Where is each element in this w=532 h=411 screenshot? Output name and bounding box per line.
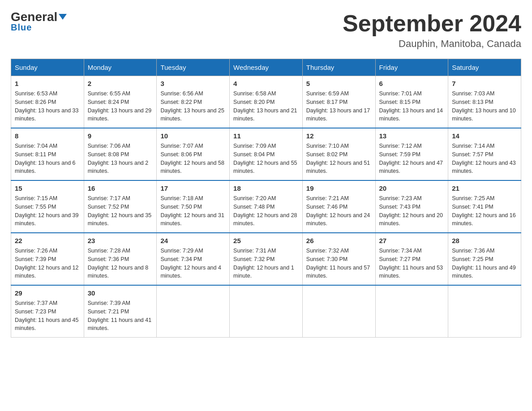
day-info: Sunrise: 7:39 AMSunset: 7:21 PMDaylight:… bbox=[88, 299, 153, 333]
day-info: Sunrise: 6:56 AMSunset: 8:22 PMDaylight:… bbox=[160, 90, 226, 123]
day-info: Sunrise: 7:14 AMSunset: 7:57 PMDaylight:… bbox=[452, 142, 517, 176]
table-row: 12Sunrise: 7:10 AMSunset: 8:02 PMDayligh… bbox=[302, 128, 375, 180]
day-info: Sunrise: 6:58 AMSunset: 8:20 PMDaylight:… bbox=[233, 90, 299, 123]
day-info: Sunrise: 7:09 AMSunset: 8:04 PMDaylight:… bbox=[233, 142, 299, 176]
table-row: 15Sunrise: 7:15 AMSunset: 7:55 PMDayligh… bbox=[11, 180, 84, 233]
month-title: September 2024 bbox=[343, 11, 521, 36]
calendar-week-row: 29Sunrise: 7:37 AMSunset: 7:23 PMDayligh… bbox=[11, 285, 521, 338]
day-number: 13 bbox=[379, 132, 445, 140]
calendar-week-row: 15Sunrise: 7:15 AMSunset: 7:55 PMDayligh… bbox=[11, 180, 521, 233]
day-number: 16 bbox=[88, 184, 153, 192]
table-row bbox=[302, 285, 375, 338]
table-row: 10Sunrise: 7:07 AMSunset: 8:06 PMDayligh… bbox=[157, 128, 230, 180]
logo-general-text: General bbox=[11, 11, 67, 23]
day-info: Sunrise: 6:55 AMSunset: 8:24 PMDaylight:… bbox=[88, 90, 153, 123]
day-number: 4 bbox=[233, 80, 299, 87]
day-info: Sunrise: 7:29 AMSunset: 7:34 PMDaylight:… bbox=[160, 247, 226, 280]
day-number: 8 bbox=[15, 132, 80, 140]
day-info: Sunrise: 6:53 AMSunset: 8:26 PMDaylight:… bbox=[15, 90, 80, 123]
day-number: 19 bbox=[306, 184, 372, 192]
day-info: Sunrise: 7:10 AMSunset: 8:02 PMDaylight:… bbox=[306, 142, 372, 176]
day-info: Sunrise: 7:07 AMSunset: 8:06 PMDaylight:… bbox=[160, 142, 226, 176]
day-info: Sunrise: 7:20 AMSunset: 7:48 PMDaylight:… bbox=[233, 194, 299, 228]
table-row: 1Sunrise: 6:53 AMSunset: 8:26 PMDaylight… bbox=[11, 76, 84, 128]
header-saturday: Saturday bbox=[448, 59, 521, 76]
day-number: 9 bbox=[88, 132, 153, 140]
day-number: 18 bbox=[233, 184, 299, 192]
table-row: 26Sunrise: 7:32 AMSunset: 7:30 PMDayligh… bbox=[302, 233, 375, 285]
header-wednesday: Wednesday bbox=[230, 59, 303, 76]
table-row: 21Sunrise: 7:25 AMSunset: 7:41 PMDayligh… bbox=[448, 180, 521, 233]
header-monday: Monday bbox=[84, 59, 157, 76]
table-row: 30Sunrise: 7:39 AMSunset: 7:21 PMDayligh… bbox=[84, 285, 157, 338]
header-thursday: Thursday bbox=[302, 59, 375, 76]
day-number: 26 bbox=[306, 237, 372, 244]
day-info: Sunrise: 7:12 AMSunset: 7:59 PMDaylight:… bbox=[379, 142, 445, 176]
table-row: 8Sunrise: 7:04 AMSunset: 8:11 PMDaylight… bbox=[11, 128, 84, 180]
table-row: 9Sunrise: 7:06 AMSunset: 8:08 PMDaylight… bbox=[84, 128, 157, 180]
day-number: 10 bbox=[160, 132, 226, 140]
day-number: 22 bbox=[15, 237, 80, 244]
table-row: 14Sunrise: 7:14 AMSunset: 7:57 PMDayligh… bbox=[448, 128, 521, 180]
header-friday: Friday bbox=[375, 59, 448, 76]
table-row: 27Sunrise: 7:34 AMSunset: 7:27 PMDayligh… bbox=[375, 233, 448, 285]
day-number: 30 bbox=[88, 289, 153, 297]
day-number: 27 bbox=[379, 237, 445, 244]
header-sunday: Sunday bbox=[11, 59, 84, 76]
day-number: 21 bbox=[452, 184, 517, 192]
day-info: Sunrise: 7:03 AMSunset: 8:13 PMDaylight:… bbox=[452, 90, 517, 123]
table-row: 22Sunrise: 7:26 AMSunset: 7:39 PMDayligh… bbox=[11, 233, 84, 285]
calendar-header-row: Sunday Monday Tuesday Wednesday Thursday… bbox=[11, 59, 521, 76]
table-row: 4Sunrise: 6:58 AMSunset: 8:20 PMDaylight… bbox=[230, 76, 303, 128]
day-info: Sunrise: 7:17 AMSunset: 7:52 PMDaylight:… bbox=[88, 194, 153, 228]
table-row: 18Sunrise: 7:20 AMSunset: 7:48 PMDayligh… bbox=[230, 180, 303, 233]
day-info: Sunrise: 7:01 AMSunset: 8:15 PMDaylight:… bbox=[379, 90, 445, 123]
day-info: Sunrise: 7:37 AMSunset: 7:23 PMDaylight:… bbox=[15, 299, 80, 333]
day-number: 2 bbox=[88, 80, 153, 87]
day-info: Sunrise: 6:59 AMSunset: 8:17 PMDaylight:… bbox=[306, 90, 372, 123]
day-info: Sunrise: 7:21 AMSunset: 7:46 PMDaylight:… bbox=[306, 194, 372, 228]
table-row bbox=[230, 285, 303, 338]
title-block: September 2024 Dauphin, Manitoba, Canada bbox=[343, 11, 521, 50]
table-row: 5Sunrise: 6:59 AMSunset: 8:17 PMDaylight… bbox=[302, 76, 375, 128]
day-number: 11 bbox=[233, 132, 299, 140]
calendar-week-row: 8Sunrise: 7:04 AMSunset: 8:11 PMDaylight… bbox=[11, 128, 521, 180]
day-number: 17 bbox=[160, 184, 226, 192]
day-number: 29 bbox=[15, 289, 80, 297]
day-info: Sunrise: 7:25 AMSunset: 7:41 PMDaylight:… bbox=[452, 194, 517, 228]
header-tuesday: Tuesday bbox=[157, 59, 230, 76]
day-number: 23 bbox=[88, 237, 153, 244]
location-title: Dauphin, Manitoba, Canada bbox=[343, 38, 521, 50]
table-row bbox=[157, 285, 230, 338]
table-row: 19Sunrise: 7:21 AMSunset: 7:46 PMDayligh… bbox=[302, 180, 375, 233]
table-row: 13Sunrise: 7:12 AMSunset: 7:59 PMDayligh… bbox=[375, 128, 448, 180]
day-info: Sunrise: 7:15 AMSunset: 7:55 PMDaylight:… bbox=[15, 194, 80, 228]
day-info: Sunrise: 7:36 AMSunset: 7:25 PMDaylight:… bbox=[452, 247, 517, 280]
day-number: 14 bbox=[452, 132, 517, 140]
day-number: 28 bbox=[452, 237, 517, 244]
day-number: 1 bbox=[15, 80, 80, 87]
page-header: General Blue September 2024 Dauphin, Man… bbox=[11, 11, 521, 50]
calendar-table: Sunday Monday Tuesday Wednesday Thursday… bbox=[11, 59, 521, 338]
table-row: 25Sunrise: 7:31 AMSunset: 7:32 PMDayligh… bbox=[230, 233, 303, 285]
day-info: Sunrise: 7:31 AMSunset: 7:32 PMDaylight:… bbox=[233, 247, 299, 280]
day-info: Sunrise: 7:06 AMSunset: 8:08 PMDaylight:… bbox=[88, 142, 153, 176]
day-info: Sunrise: 7:18 AMSunset: 7:50 PMDaylight:… bbox=[160, 194, 226, 228]
table-row bbox=[448, 285, 521, 338]
table-row: 6Sunrise: 7:01 AMSunset: 8:15 PMDaylight… bbox=[375, 76, 448, 128]
day-number: 6 bbox=[379, 80, 445, 87]
day-number: 25 bbox=[233, 237, 299, 244]
day-info: Sunrise: 7:34 AMSunset: 7:27 PMDaylight:… bbox=[379, 247, 445, 280]
table-row: 17Sunrise: 7:18 AMSunset: 7:50 PMDayligh… bbox=[157, 180, 230, 233]
day-info: Sunrise: 7:28 AMSunset: 7:36 PMDaylight:… bbox=[88, 247, 153, 280]
table-row: 20Sunrise: 7:23 AMSunset: 7:43 PMDayligh… bbox=[375, 180, 448, 233]
calendar-week-row: 22Sunrise: 7:26 AMSunset: 7:39 PMDayligh… bbox=[11, 233, 521, 285]
table-row: 29Sunrise: 7:37 AMSunset: 7:23 PMDayligh… bbox=[11, 285, 84, 338]
day-number: 5 bbox=[306, 80, 372, 87]
table-row: 11Sunrise: 7:09 AMSunset: 8:04 PMDayligh… bbox=[230, 128, 303, 180]
day-number: 12 bbox=[306, 132, 372, 140]
day-number: 15 bbox=[15, 184, 80, 192]
day-info: Sunrise: 7:32 AMSunset: 7:30 PMDaylight:… bbox=[306, 247, 372, 280]
table-row: 28Sunrise: 7:36 AMSunset: 7:25 PMDayligh… bbox=[448, 233, 521, 285]
table-row: 16Sunrise: 7:17 AMSunset: 7:52 PMDayligh… bbox=[84, 180, 157, 233]
